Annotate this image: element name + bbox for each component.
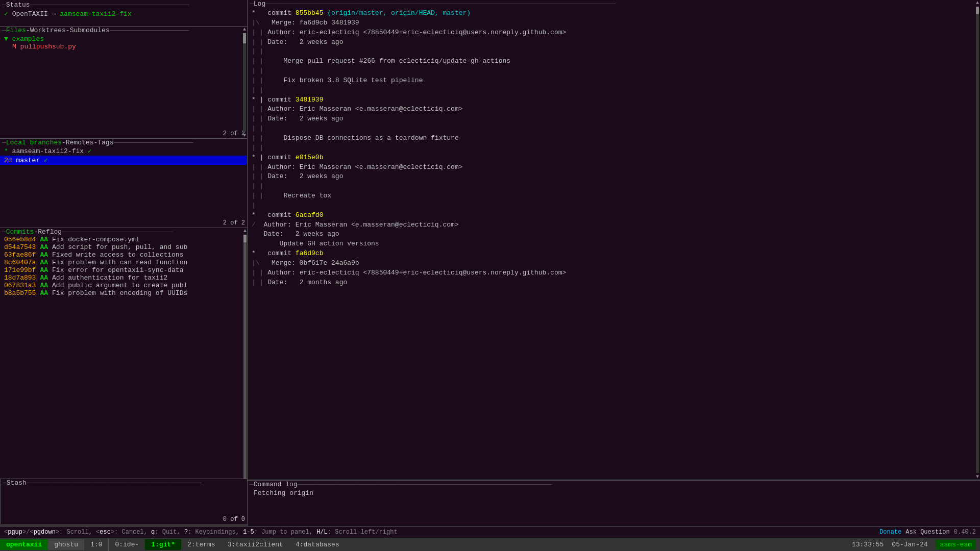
commits-title: Commits	[6, 228, 34, 236]
log-line: | | Author: eric-eclecticiq <78850449+er…	[252, 268, 976, 278]
log-line: | | Recreate tox	[252, 191, 976, 201]
tab-ghostu[interactable]: ghostu	[48, 539, 84, 550]
status-bar: opentaxii ghostu 1:0 0:ide- 1:git* 2:ter…	[0, 538, 980, 551]
commit-row[interactable]: 63fae86f AA Fixed write access to collec…	[0, 251, 247, 259]
stash-title: Stash	[7, 479, 27, 487]
log-line: / Author: Eric Masseran <e.masseran@ecle…	[252, 220, 976, 230]
tab-session[interactable]: 1:0	[84, 539, 108, 550]
tags-link[interactable]: Tags	[97, 139, 113, 146]
file-item[interactable]: M pullpushsub.py	[4, 43, 243, 51]
log-line: | | Date: 2 months ago	[252, 278, 976, 288]
branches-counter: 2 of 2	[223, 219, 245, 227]
commit-row[interactable]: 056eb8d4 AA Fix docker-compose.yml	[0, 236, 247, 243]
log-line: |	[252, 201, 976, 211]
log-line: | | Date: 2 weeks ago	[252, 38, 976, 47]
log-line: | |	[252, 86, 976, 95]
log-line: | | Dispose DB connections as a teardown…	[252, 134, 976, 143]
status-time: 13:33:55	[852, 541, 884, 548]
keybindings-text: <pgup>/<pgdown>: Scroll, <esc>: Cancel, …	[4, 529, 398, 536]
panel-4-databases[interactable]: 4:databases	[289, 539, 346, 550]
file-name: pullpushsub.py	[20, 43, 76, 51]
panel-2-terms[interactable]: 2:terms	[181, 539, 222, 550]
log-line: | |	[252, 124, 976, 134]
status-date: 05-Jan-24	[892, 541, 927, 548]
status-repo: OpenTAXII	[12, 10, 48, 18]
commit-row[interactable]: 171e99bf AA Fix error for opentaxii-sync…	[0, 266, 247, 274]
commit-row[interactable]: 067831a3 AA Add public argument to creat…	[0, 282, 247, 289]
log-line: | | Date: 2 weeks ago	[252, 114, 976, 124]
tab-opentaxii[interactable]: opentaxii	[0, 539, 48, 550]
files-title: Files	[6, 27, 26, 34]
status-branch: aamseam-taxii2-fix	[60, 10, 131, 18]
log-line: | | Author: eric-eclecticiq <78850449+er…	[252, 28, 976, 38]
log-line: |\ Merge: fa6d9cb 3481939	[252, 18, 976, 28]
file-dir[interactable]: ▼ examples	[4, 35, 243, 43]
log-line: | |	[252, 66, 976, 76]
commits-list: 056eb8d4 AA Fix docker-compose.yml d54a7…	[0, 236, 247, 513]
panel-1-git[interactable]: 1:git*	[145, 539, 181, 550]
status-arrow: →	[52, 10, 60, 18]
local-branches-title: Local branches	[6, 139, 62, 146]
log-line: | | Merge pull request #266 from eclecti…	[252, 57, 976, 66]
log-line: * | commit e015e0b	[252, 153, 976, 163]
log-line: * commit 6acafd0	[252, 211, 976, 220]
panel-3-taxii2client[interactable]: 3:taxii2client	[222, 539, 289, 550]
worktrees-link[interactable]: Worktrees	[30, 27, 66, 34]
log-scrollbar[interactable]: ▲ ▼	[975, 0, 980, 480]
keybindings-bar: <pgup>/<pgdown>: Scroll, <esc>: Cancel, …	[0, 526, 980, 538]
files-scrollbar[interactable]: ▲ ▼	[242, 27, 247, 138]
log-line: | |	[252, 182, 976, 191]
file-tree: ▼ examples M pullpushsub.py	[0, 34, 247, 52]
log-title: Log	[254, 0, 265, 8]
donate-link[interactable]: Donate	[879, 529, 901, 536]
file-modified-marker: M	[12, 43, 20, 51]
status-section-title: Status	[6, 1, 30, 9]
log-line: | |	[252, 47, 976, 57]
commit-row[interactable]: d54a7543 AA Add script for push, pull, a…	[0, 243, 247, 251]
log-line: |\ Merge: 0bf617e 24a6a9b	[252, 259, 976, 268]
log-line: Update GH action versions	[252, 239, 976, 249]
log-line: * commit fa6d9cb	[252, 249, 976, 259]
stash-counter: 0 of 0	[223, 516, 245, 523]
log-line: * | commit 3481939	[252, 95, 976, 105]
command-log-content: Fetching origin	[250, 488, 978, 498]
log-content: * commit 855bb45 (origin/master, origin/…	[248, 8, 980, 476]
version-label: 0.40.2	[954, 529, 976, 536]
panel-0-ide[interactable]: 0:ide-	[109, 539, 145, 550]
log-line: | | Author: Eric Masseran <e.masseran@ec…	[252, 105, 976, 114]
reflog-link[interactable]: Reflog	[38, 228, 62, 236]
commit-row[interactable]: b8a5b755 AA Fix problem with encoding of…	[0, 289, 247, 297]
status-line: ✓ OpenTAXII → aamseam-taxii2-fix	[0, 9, 247, 19]
log-line: * commit 855bb45 (origin/master, origin/…	[252, 9, 976, 18]
log-line: | | Author: Eric Masseran <e.masseran@ec…	[252, 163, 976, 172]
commit-row[interactable]: 8c60407a AA Fix problem with can_read fu…	[0, 259, 247, 266]
log-line: | | Fix broken 3.8 SQLite test pipeline	[252, 76, 976, 86]
status-branch: aams-eam	[936, 540, 976, 549]
commit-row[interactable]: 18d7a893 AA Add authentication for taxii…	[0, 274, 247, 282]
branch-item-1[interactable]: * aamseam-taxii2-fix ✓	[0, 146, 247, 156]
ask-question-link[interactable]: Ask Question	[905, 529, 949, 536]
remotes-link[interactable]: Remotes	[66, 139, 94, 146]
log-line: | | Date: 2 weeks ago	[252, 172, 976, 182]
command-log-title: Command log	[254, 481, 298, 488]
branch-item-2[interactable]: 2d master ✓	[0, 156, 247, 165]
submodules-link[interactable]: Submodules	[70, 27, 110, 34]
log-line: | |	[252, 143, 976, 153]
status-check: ✓	[4, 10, 8, 18]
log-line: Date: 2 weeks ago	[252, 230, 976, 239]
